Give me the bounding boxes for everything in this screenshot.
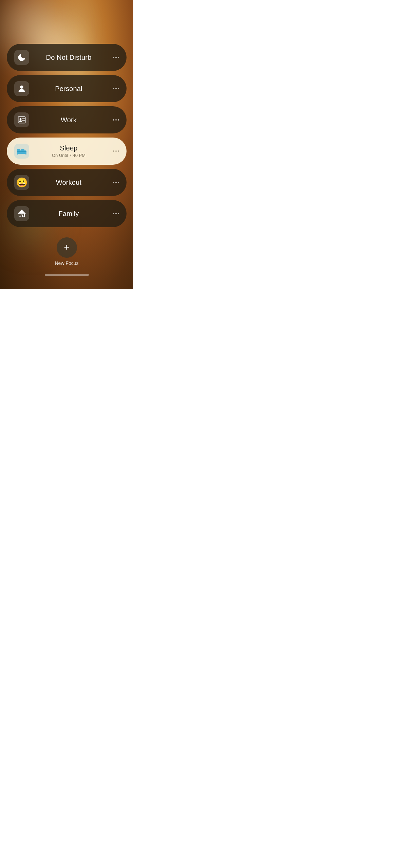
workout-label: Workout [56,179,82,186]
sleep-label: Sleep [60,144,77,152]
sleep-icon-container [14,144,29,159]
home-indicator [45,274,89,276]
new-focus-button[interactable]: + New Focus [55,237,78,266]
dot-1 [113,57,114,58]
workout-icon-container: 😀 [14,175,29,190]
more-dots [113,150,119,152]
dot-2 [115,88,117,89]
svg-rect-1 [18,117,25,123]
svg-rect-8 [17,153,18,155]
work-icon-container [14,112,29,127]
family-label: Family [58,210,79,218]
more-dots [113,182,119,183]
focus-item-workout[interactable]: 😀 Workout [7,169,127,196]
family-icon-container [14,206,29,221]
more-dots [113,213,119,214]
sleep-more[interactable] [108,150,119,152]
dot-2 [115,182,117,183]
focus-item-family[interactable]: Family [7,200,127,227]
svg-rect-7 [21,149,24,151]
focus-list: Do Not Disturb [0,44,133,227]
main-content: Do Not Disturb [0,0,133,289]
sleep-label-container: Sleep On Until 7:40 PM [29,144,108,158]
dot-2 [115,57,117,58]
dot-1 [113,150,114,152]
dot-3 [118,213,119,214]
do-not-disturb-icon-container [14,50,29,65]
focus-item-personal[interactable]: Personal [7,75,127,102]
dot-2 [115,150,117,152]
do-not-disturb-label-container: Do Not Disturb [29,54,108,61]
id-card-icon [17,115,26,125]
dot-3 [118,119,119,121]
dot-1 [113,88,114,89]
new-focus-circle: + [57,237,77,258]
dot-3 [118,57,119,58]
more-dots [113,119,119,121]
dot-1 [113,119,114,121]
more-dots [113,57,119,58]
svg-point-0 [20,86,23,89]
dot-2 [115,119,117,121]
personal-icon-container [14,81,29,96]
svg-point-2 [20,118,22,120]
family-more[interactable] [108,213,119,214]
svg-rect-9 [25,153,26,155]
smiley-icon: 😀 [16,177,28,188]
work-label-container: Work [29,116,108,124]
bed-icon [16,146,27,156]
person-icon [17,84,26,93]
focus-item-do-not-disturb[interactable]: Do Not Disturb [7,44,127,71]
house-icon [17,209,26,218]
dot-3 [118,88,119,89]
personal-label: Personal [55,85,82,93]
do-not-disturb-label: Do Not Disturb [46,54,92,61]
family-label-container: Family [29,210,108,218]
personal-more[interactable] [108,88,119,89]
dot-3 [118,182,119,183]
do-not-disturb-more[interactable] [108,57,119,58]
dot-1 [113,182,114,183]
dot-1 [113,213,114,214]
sleep-sublabel: On Until 7:40 PM [52,153,85,158]
screen: Do Not Disturb [0,0,133,289]
focus-item-sleep[interactable]: Sleep On Until 7:40 PM [7,138,127,165]
svg-rect-10 [17,151,26,152]
workout-label-container: Workout [29,179,108,186]
focus-item-work[interactable]: Work [7,106,127,133]
plus-icon: + [64,242,69,252]
personal-label-container: Personal [29,85,108,93]
svg-rect-6 [17,149,20,151]
dot-3 [118,150,119,152]
workout-more[interactable] [108,182,119,183]
work-label: Work [61,116,77,124]
work-more[interactable] [108,119,119,121]
moon-icon [17,53,26,62]
dot-2 [115,213,117,214]
more-dots [113,88,119,89]
new-focus-label: New Focus [55,260,78,266]
